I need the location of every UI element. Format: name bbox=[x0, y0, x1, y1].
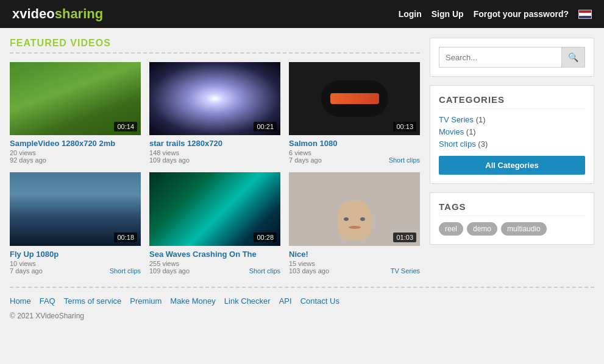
featured-section-title: FEATURED VIDEOS bbox=[10, 38, 420, 54]
video-meta: 15 views 103 days ago TV Series bbox=[289, 260, 420, 275]
list-item: 00:21 star trails 1280x720 148 views 109… bbox=[149, 62, 280, 164]
video-views: 10 views bbox=[10, 260, 36, 267]
search-form: 🔍 bbox=[439, 47, 585, 68]
logo-sharing: sharing bbox=[55, 6, 103, 21]
video-meta: 255 views 109 days ago Short clips bbox=[149, 260, 280, 275]
footer-link-home[interactable]: Home bbox=[10, 296, 31, 306]
video-grid: 00:14 SampleVideo 1280x720 2mb 20 views … bbox=[10, 62, 420, 275]
video-age: 103 days ago bbox=[289, 267, 329, 275]
header-nav: Login Sign Up Forgot your password? bbox=[399, 9, 592, 19]
list-item: 00:28 Sea Waves Crashing On The 255 view… bbox=[149, 172, 280, 274]
video-title-link[interactable]: SampleVideo 1280x720 2mb bbox=[10, 139, 115, 148]
category-count: (1) bbox=[466, 127, 476, 136]
video-views: 255 views bbox=[149, 260, 179, 267]
tag-reel[interactable]: reel bbox=[439, 222, 463, 236]
video-category-link[interactable]: TV Series bbox=[391, 267, 420, 275]
tags-list: reel demo multiaudio bbox=[439, 222, 585, 236]
video-meta: 10 views 7 days ago Short clips bbox=[10, 260, 141, 275]
video-views: 6 views bbox=[289, 149, 311, 156]
video-thumbnail[interactable]: 00:28 bbox=[149, 172, 280, 245]
video-duration: 00:13 bbox=[393, 122, 416, 131]
video-title-link[interactable]: Fly Up 1080p bbox=[10, 250, 59, 259]
footer-link-premium[interactable]: Premium bbox=[130, 296, 162, 306]
sidebar: 🔍 CATEGORIES TV Series (1) Movies (1) bbox=[430, 38, 594, 275]
video-title-link[interactable]: Nice! bbox=[289, 250, 308, 259]
video-duration: 00:14 bbox=[114, 122, 137, 131]
video-title: Nice! bbox=[289, 250, 420, 259]
category-list: TV Series (1) Movies (1) Short clips (3) bbox=[439, 115, 585, 149]
list-item: Short clips (3) bbox=[439, 139, 585, 149]
category-label: Short clips bbox=[439, 139, 476, 149]
video-meta: 6 views 7 days ago Short clips bbox=[289, 149, 420, 164]
login-link[interactable]: Login bbox=[399, 9, 422, 19]
video-meta: 148 views 109 days ago bbox=[149, 149, 280, 164]
video-title: SampleVideo 1280x720 2mb bbox=[10, 139, 141, 148]
video-thumbnail[interactable]: 00:14 bbox=[10, 62, 141, 135]
categories-box: CATEGORIES TV Series (1) Movies (1) bbox=[430, 85, 594, 184]
signup-link[interactable]: Sign Up bbox=[432, 9, 464, 19]
tags-box: TAGS reel demo multiaudio bbox=[430, 192, 594, 245]
category-count: (1) bbox=[476, 115, 486, 124]
tags-title: TAGS bbox=[439, 201, 585, 216]
video-age: 109 days ago bbox=[149, 156, 190, 164]
footer-link-checker[interactable]: Link Checker bbox=[224, 296, 271, 306]
list-item: 00:18 Fly Up 1080p 10 views 7 days ago S… bbox=[10, 172, 141, 274]
video-duration: 00:18 bbox=[114, 233, 137, 242]
footer-link-make-money[interactable]: Make Money bbox=[170, 296, 215, 306]
video-title-link[interactable]: star trails 1280x720 bbox=[149, 139, 222, 148]
main-layout: FEATURED VIDEOS 00:14 SampleVideo 1280x7… bbox=[0, 28, 604, 275]
video-category-link[interactable]: Short clips bbox=[110, 267, 141, 275]
video-thumbnail[interactable]: 01:03 bbox=[289, 172, 420, 245]
search-button[interactable]: 🔍 bbox=[561, 47, 584, 67]
search-input[interactable] bbox=[439, 47, 561, 67]
list-item: Movies (1) bbox=[439, 127, 585, 136]
video-title-link[interactable]: Sea Waves Crashing On The bbox=[149, 250, 257, 259]
categories-title: CATEGORIES bbox=[439, 94, 585, 109]
video-duration: 01:03 bbox=[393, 233, 416, 242]
footer: Home FAQ Terms of service Premium Make M… bbox=[0, 288, 604, 326]
list-item: 00:13 Salmon 1080 6 views 7 days ago Sho… bbox=[289, 62, 420, 164]
logo-xvideo: xvideo bbox=[12, 6, 55, 21]
content-area: FEATURED VIDEOS 00:14 SampleVideo 1280x7… bbox=[10, 38, 420, 275]
video-title: Fly Up 1080p bbox=[10, 250, 141, 259]
category-label: TV Series bbox=[439, 115, 474, 124]
video-age: 109 days ago bbox=[149, 267, 190, 275]
footer-copyright: © 2021 XVideoSharing bbox=[10, 312, 594, 320]
logo: xvideosharing bbox=[12, 6, 103, 22]
video-title-link[interactable]: Salmon 1080 bbox=[289, 139, 338, 148]
footer-link-tos[interactable]: Terms of service bbox=[64, 296, 122, 306]
video-thumbnail[interactable]: 00:13 bbox=[289, 62, 420, 135]
video-duration: 00:21 bbox=[254, 122, 277, 131]
video-views: 148 views bbox=[149, 149, 179, 156]
language-flag-icon[interactable] bbox=[578, 10, 592, 19]
category-count: (3) bbox=[478, 139, 488, 149]
footer-link-contact[interactable]: Contact Us bbox=[300, 296, 339, 306]
video-age: 92 days ago bbox=[10, 156, 46, 164]
list-item: 01:03 Nice! 15 views 103 days ago TV Ser… bbox=[289, 172, 420, 274]
video-category-link[interactable]: Short clips bbox=[249, 267, 280, 275]
tag-demo[interactable]: demo bbox=[467, 222, 497, 236]
video-category-link[interactable]: Short clips bbox=[389, 156, 420, 164]
video-thumbnail[interactable]: 00:18 bbox=[10, 172, 141, 245]
footer-link-api[interactable]: API bbox=[279, 296, 292, 306]
video-thumbnail[interactable]: 00:21 bbox=[149, 62, 280, 135]
all-categories-button[interactable]: All Categories bbox=[439, 156, 585, 175]
video-views: 15 views bbox=[289, 260, 315, 267]
category-label: Movies bbox=[439, 127, 464, 136]
header: xvideosharing Login Sign Up Forgot your … bbox=[0, 0, 604, 28]
footer-link-faq[interactable]: FAQ bbox=[40, 296, 55, 306]
tag-multiaudio[interactable]: multiaudio bbox=[501, 222, 547, 236]
video-age: 7 days ago bbox=[10, 267, 43, 275]
video-title: star trails 1280x720 bbox=[149, 139, 280, 148]
forgot-password-link[interactable]: Forgot your password? bbox=[474, 9, 569, 19]
video-duration: 00:28 bbox=[254, 233, 277, 242]
category-link-tv-series[interactable]: TV Series (1) bbox=[439, 115, 486, 124]
footer-links: Home FAQ Terms of service Premium Make M… bbox=[10, 296, 594, 306]
video-title: Sea Waves Crashing On The bbox=[149, 250, 280, 259]
list-item: TV Series (1) bbox=[439, 115, 585, 124]
search-box-container: 🔍 bbox=[430, 38, 594, 77]
video-age: 7 days ago bbox=[289, 156, 322, 164]
category-link-movies[interactable]: Movies (1) bbox=[439, 127, 476, 136]
category-link-short-clips[interactable]: Short clips (3) bbox=[439, 139, 488, 149]
video-views: 20 views bbox=[10, 149, 36, 156]
